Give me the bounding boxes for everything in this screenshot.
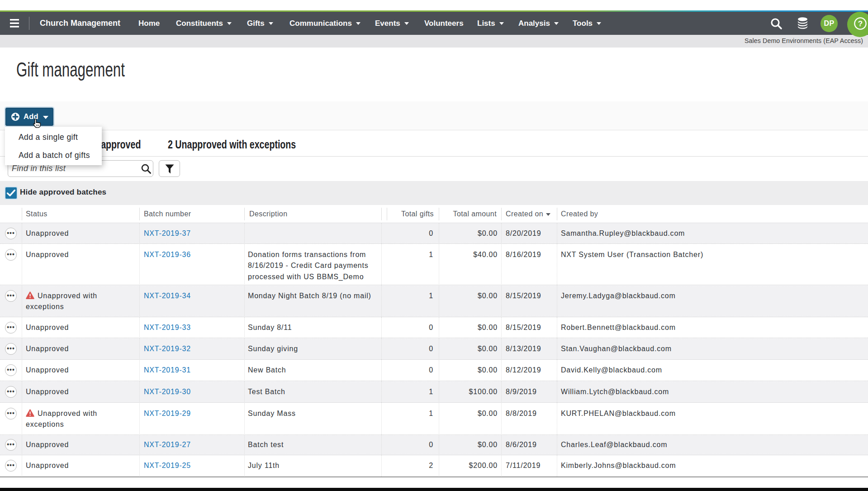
svg-text:?: ? <box>858 19 863 28</box>
